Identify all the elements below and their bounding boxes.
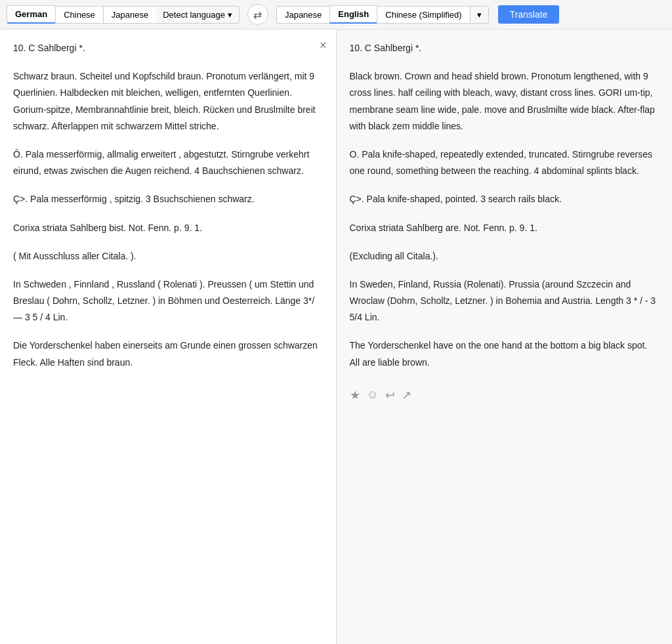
tab-japanese-right[interactable]: Japanese bbox=[276, 6, 329, 24]
translated-paragraph-1: Black brown. Crown and head shield brown… bbox=[350, 68, 660, 135]
source-paragraph-5: ( Mit Ausschluss aller Citala. ). bbox=[13, 248, 323, 265]
source-panel: × 10. C Sahlbergi *. Schwarz braun. Sche… bbox=[0, 30, 337, 644]
translation-panel: 10. C Sahlbergi *. Black brown. Crown an… bbox=[337, 30, 673, 644]
share-icon[interactable]: ↗ bbox=[402, 388, 411, 402]
copy-icon[interactable]: ↩ bbox=[385, 388, 395, 402]
source-paragraph-1: Schwarz braun. Scheitel und Kopfschild b… bbox=[13, 68, 323, 135]
source-text: 10. C Sahlbergi *. Schwarz braun. Scheit… bbox=[13, 40, 323, 371]
swap-languages-button[interactable]: ⇄ bbox=[247, 4, 268, 25]
tab-german[interactable]: German bbox=[7, 5, 55, 24]
source-paragraph-7: Die Yorderschenkel haben einerseits am G… bbox=[13, 337, 323, 370]
translated-paragraph-6: In Sweden, Finland, Russia (Rolenati). P… bbox=[350, 276, 660, 326]
tab-english[interactable]: English bbox=[329, 5, 377, 24]
source-paragraph-0: 10. C Sahlbergi *. bbox=[13, 40, 323, 56]
translated-text: 10. C Sahlbergi *. Black brown. Crown an… bbox=[350, 40, 660, 371]
translated-paragraph-2: O. Pala knife-shaped, repeatedly extende… bbox=[350, 146, 660, 179]
star-icon[interactable]: ★ bbox=[350, 388, 360, 402]
translated-paragraph-5: (Excluding all Citala.). bbox=[350, 248, 660, 265]
tab-japanese[interactable]: Japanese bbox=[103, 6, 156, 24]
detect-language-button[interactable]: Detect language ▾ bbox=[156, 6, 240, 24]
source-paragraph-2: Ô. Pala messerförmig, allmalig erweitert… bbox=[13, 146, 323, 179]
chevron-down-icon-right: ▾ bbox=[477, 10, 482, 20]
translated-paragraph-4: Corixa striata Sahlberg are. Not. Fenn. … bbox=[350, 220, 660, 236]
translation-actions: ★ ☺ ↩ ↗ bbox=[350, 383, 660, 408]
source-paragraph-3: Ç>. Pala messerförmig , spitzig. 3 Bsuch… bbox=[13, 191, 323, 207]
translate-button[interactable]: Translate bbox=[498, 5, 560, 24]
left-language-tabs: German Chinese Japanese Detect language … bbox=[7, 5, 240, 24]
main-content: × 10. C Sahlbergi *. Schwarz braun. Sche… bbox=[0, 30, 672, 644]
close-button[interactable]: × bbox=[320, 39, 327, 53]
source-paragraph-4: Corixa striata Sahlberg bist. Not. Fenn.… bbox=[13, 220, 323, 236]
tab-chinese-simplified[interactable]: Chinese (Simplified) bbox=[377, 6, 469, 24]
swap-icon: ⇄ bbox=[253, 9, 262, 21]
source-paragraph-6: In Schweden , Finnland , Russland ( Role… bbox=[13, 276, 323, 326]
translated-paragraph-3: Ç>. Pala knife-shaped, pointed. 3 search… bbox=[350, 191, 660, 207]
feedback-icon[interactable]: ☺ bbox=[367, 388, 379, 402]
right-detect-button[interactable]: ▾ bbox=[470, 6, 489, 24]
detect-language-label: Detect language bbox=[163, 10, 225, 20]
toolbar: German Chinese Japanese Detect language … bbox=[0, 0, 672, 30]
tab-chinese[interactable]: Chinese bbox=[55, 6, 103, 24]
translated-paragraph-0: 10. C Sahlbergi *. bbox=[350, 40, 660, 56]
right-language-tabs: Japanese English Chinese (Simplified) ▾ bbox=[276, 5, 489, 24]
chevron-down-icon: ▾ bbox=[228, 10, 232, 20]
translated-paragraph-7: The Yorderschenkel have on the one hand … bbox=[350, 337, 660, 370]
